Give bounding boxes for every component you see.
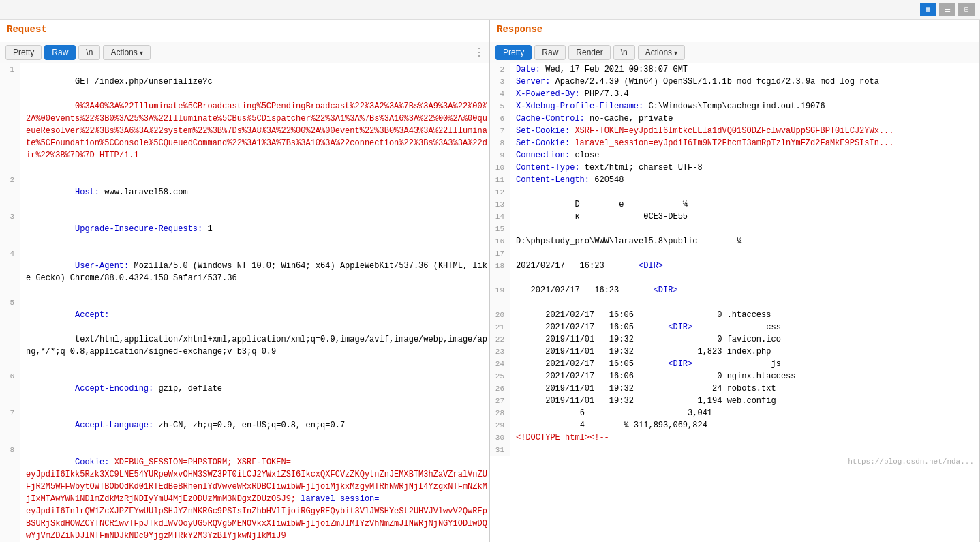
response-pretty-tab[interactable]: Pretty	[495, 45, 532, 60]
drag-handle[interactable]: ⋮	[474, 46, 485, 59]
request-pretty-tab[interactable]: Pretty	[5, 45, 42, 60]
request-line-1: 1 GET /index.php/unserialize?c= 0%3A40%3…	[0, 63, 489, 174]
response-panel: Response Pretty Raw Render \n Actions 2 …	[490, 20, 980, 542]
response-line-14: 14 к 0CE3-DE55	[490, 211, 979, 223]
request-panel-header: Request	[0, 20, 489, 42]
response-line-23: 23 2019/11/01 19:32 1,823 index.php	[490, 346, 979, 358]
response-line-5: 5 X-Xdebug-Profile-Filename: C:\Windows\…	[490, 100, 979, 112]
response-line-7: 7 Set-Cookie: XSRF-TOKEN=eyJpdiI6ImtkcEE…	[490, 125, 979, 137]
response-line-2: 2 Date: Wed, 17 Feb 2021 09:38:07 GMT	[490, 63, 979, 76]
response-line-29: 29 4 ¼ 311,893,069,824	[490, 419, 979, 432]
response-content: 2 Date: Wed, 17 Feb 2021 09:38:07 GMT 3 …	[490, 63, 979, 542]
response-line-30: 30 <!DOCTYPE html><!--	[490, 432, 979, 444]
response-line-10: 10 Content-Type: text/html; charset=UTF-…	[490, 162, 979, 174]
top-bar: ▦ ☰ ⊟	[0, 0, 980, 20]
request-line-6: 6 Accept-Encoding: gzip, deflate	[0, 370, 489, 407]
response-line-17: 17	[490, 247, 979, 260]
response-line-9: 9 Connection: close	[490, 149, 979, 162]
response-line-28: 28 6 3,041	[490, 407, 979, 419]
top-bar-icons: ▦ ☰ ⊟	[920, 3, 975, 16]
request-line-7: 7 Accept-Language: zh-CN, zh;q=0.9, en-U…	[0, 407, 489, 444]
request-newline-tab[interactable]: \n	[78, 45, 100, 60]
response-toolbar: Pretty Raw Render \n Actions	[490, 42, 979, 63]
response-line-16: 16 D:\phpstudy_pro\WWW\laravel5.8\public…	[490, 235, 979, 247]
response-panel-header: Response	[490, 20, 979, 42]
response-title: Response	[497, 24, 973, 35]
response-lines: 2 Date: Wed, 17 Feb 2021 09:38:07 GMT 3 …	[490, 63, 979, 467]
request-content: 1 GET /index.php/unserialize?c= 0%3A40%3…	[0, 63, 489, 542]
response-line-12: 12	[490, 186, 979, 198]
request-toolbar: Pretty Raw \n Actions ⋮	[0, 42, 489, 63]
main-container: Request Pretty Raw \n Actions ⋮ 1 GET /i…	[0, 20, 980, 542]
request-line-2: 2 Host: www.laravel58.com	[0, 174, 489, 211]
response-line-24: 24 2021/02/17 16:05 <DIR> js	[490, 358, 979, 370]
grid-icon[interactable]: ▦	[920, 3, 936, 16]
response-render-tab[interactable]: Render	[568, 45, 610, 60]
request-url: 0%3A40%3A%22Illuminate%5CBroadcasting%5C…	[26, 102, 487, 160]
method-label: GET /index.php/unserialize?c=	[75, 77, 217, 87]
response-line-21: 21 2021/02/17 16:05 <DIR> css	[490, 321, 979, 333]
response-line-6: 6 Cache-Control: no-cache, private	[490, 112, 979, 125]
response-line-18: 18 2021/02/17 16:23 <DIR>	[490, 260, 979, 284]
response-line-20: 20 2021/02/17 16:06 0 .htaccess	[490, 309, 979, 321]
response-line-8: 8 Set-Cookie: laravel_session=eyJpdiI6Im…	[490, 137, 979, 149]
request-line-3: 3 Upgrade-Insecure-Requests: 1	[0, 211, 489, 247]
request-panel: Request Pretty Raw \n Actions ⋮ 1 GET /i…	[0, 20, 490, 542]
response-line-31: 31	[490, 444, 979, 456]
response-line-26: 26 2019/11/01 19:32 24 robots.txt	[490, 382, 979, 395]
request-raw-tab[interactable]: Raw	[44, 45, 76, 60]
request-line-4: 4 User-Agent: Mozilla/5.0 (Windows NT 10…	[0, 247, 489, 297]
response-actions-tab[interactable]: Actions	[638, 45, 685, 60]
response-line-13: 13 D e ¼	[490, 198, 979, 211]
response-newline-tab[interactable]: \n	[613, 45, 635, 60]
columns-icon[interactable]: ⊟	[958, 3, 975, 16]
request-title: Request	[7, 24, 482, 35]
response-raw-tab[interactable]: Raw	[534, 45, 566, 60]
response-line-4: 4 X-Powered-By: PHP/7.3.4	[490, 88, 979, 100]
request-line-8: 8 Cookie: XDEBUG_SESSION=PHPSTORM; XSRF-…	[0, 444, 489, 542]
response-line-25: 25 2021/02/17 16:06 0 nginx.htaccess	[490, 370, 979, 382]
response-line-27: 27 2019/11/01 19:32 1,194 web.config	[490, 395, 979, 407]
response-line-3: 3 Server: Apache/2.4.39 (Win64) OpenSSL/…	[490, 76, 979, 88]
request-line-5: 5 Accept: text/html,application/xhtml+xm…	[0, 297, 489, 370]
response-line-22: 22 2019/11/01 19:32 0 favicon.ico	[490, 333, 979, 346]
watermark: https://blog.csdn.net/nda...	[490, 456, 979, 467]
response-line-11: 11 Content-Length: 620548	[490, 174, 979, 186]
list-icon[interactable]: ☰	[939, 3, 955, 16]
response-line-19: 19 2021/02/17 16:23 <DIR>	[490, 284, 979, 309]
response-line-15: 15	[490, 223, 979, 235]
request-actions-tab[interactable]: Actions	[103, 45, 150, 60]
